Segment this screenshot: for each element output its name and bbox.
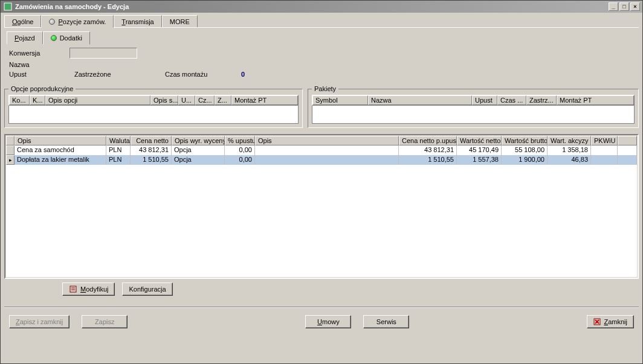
postprod-grid-body[interactable]	[8, 106, 299, 124]
minimize-button[interactable]: _	[609, 2, 618, 11]
button-label: Umowy	[317, 318, 340, 325]
app-icon	[3, 2, 13, 11]
cell-wyr: Opcja	[172, 145, 225, 155]
col-header[interactable]: Opis	[255, 136, 399, 145]
col-header[interactable]: Symbol	[312, 95, 368, 105]
grid-empty-area[interactable]	[6, 165, 637, 277]
table-row-selected[interactable]: ▸ Dopłata za lakier metalik PLN 1 510,55…	[6, 155, 637, 165]
cell-wn: 1 557,38	[457, 155, 502, 165]
main-grid[interactable]: Opis Waluta Cena netto Opis wyr. wyceny …	[6, 136, 637, 277]
col-header[interactable]: Wartość netto	[457, 136, 502, 145]
col-header-blank	[618, 136, 637, 145]
tab-label: Ogólne	[12, 18, 33, 25]
dot-icon	[49, 19, 55, 25]
window-title: Zamówienia na samochody - Edycja	[15, 3, 129, 10]
postprod-fieldset: Opcje poprodukcyjne Ko... K... Opis opcj…	[4, 85, 303, 128]
cell-blank	[618, 145, 637, 155]
sub-tabstrip: Pojazd Dodatki	[4, 31, 639, 44]
titlebar: Zamówienia na samochody - Edycja _ □ ×	[1, 1, 642, 13]
config-button[interactable]: Konfiguracja	[122, 283, 172, 296]
col-header[interactable]: Opis	[15, 136, 106, 145]
col-header[interactable]: Opis opcji	[45, 95, 150, 105]
packages-legend: Pakiety	[312, 85, 338, 92]
maximize-button[interactable]: □	[619, 2, 629, 11]
cell-cena: 43 812,31	[131, 145, 172, 155]
edit-icon	[69, 285, 77, 293]
col-header[interactable]: % upustu	[225, 136, 255, 145]
conversion-label: Konwersja	[9, 49, 69, 57]
col-header[interactable]: PKWiU	[591, 136, 618, 145]
cell-pk	[591, 155, 618, 165]
col-header[interactable]: Nazwa	[368, 95, 472, 105]
packages-grid-body[interactable]	[312, 106, 635, 124]
assembly-time-value: 0	[241, 71, 245, 78]
svg-rect-1	[70, 286, 76, 292]
col-header[interactable]: Montaż PT	[231, 95, 298, 105]
main-tabstrip: Ogólne Pozycje zamów. Transmisja MORE	[4, 15, 639, 28]
col-header[interactable]: Ko...	[9, 95, 30, 105]
col-header[interactable]: Czas ...	[497, 95, 526, 105]
assembly-time-label: Czas montażu	[165, 71, 237, 78]
table-row[interactable]: Cena za samochód PLN 43 812,31 Opcja 0,0…	[6, 145, 637, 155]
divider	[4, 307, 639, 308]
close-window-button[interactable]: ×	[630, 2, 640, 11]
save-close-button: Zapisz i zamknij	[9, 315, 69, 328]
discount-label: Upust	[9, 71, 74, 78]
close-button[interactable]: Zamknij	[587, 315, 634, 328]
button-label: Modyfikuj	[80, 286, 108, 293]
col-header[interactable]: Zastrz...	[526, 95, 557, 105]
subtab-vehicle[interactable]: Pojazd	[7, 31, 43, 44]
contracts-button[interactable]: Umowy	[305, 315, 351, 328]
col-header[interactable]: Wartość brutto	[502, 136, 548, 145]
tab-order-items[interactable]: Pozycje zamów.	[41, 15, 114, 28]
grid-buttons: Modyfikuj Konfiguracja	[4, 283, 639, 296]
cell-upust: 0,00	[225, 155, 255, 165]
conversion-input[interactable]	[69, 48, 137, 59]
subtab-addons[interactable]: Dodatki	[43, 31, 90, 45]
postprod-legend: Opcje poprodukcyjne	[8, 85, 76, 92]
cell-opis: Cena za samochód	[15, 145, 106, 155]
col-header[interactable]: Waluta	[106, 136, 131, 145]
postprod-grid-headers: Ko... K... Opis opcji Opis s... U... Cz.…	[8, 95, 299, 106]
packages-fieldset: Pakiety Symbol Nazwa Upust Czas ... Zast…	[308, 85, 639, 128]
tab-more[interactable]: MORE	[162, 15, 198, 27]
col-header[interactable]: Wart. akcyzy	[548, 136, 591, 145]
dot-icon	[51, 35, 57, 41]
col-header[interactable]: Opis wyr. wyceny	[172, 136, 225, 145]
app-window: Zamówienia na samochody - Edycja _ □ × O…	[0, 0, 643, 364]
button-label: Zamknij	[604, 318, 627, 325]
close-icon	[593, 318, 601, 325]
col-header[interactable]: Cena netto	[131, 136, 172, 145]
tab-label: Pojazd	[15, 34, 35, 42]
modify-button[interactable]: Modyfikuj	[62, 283, 115, 296]
tab-transmission[interactable]: Transmisja	[114, 15, 161, 27]
col-header[interactable]: Montaż PT	[557, 95, 634, 105]
button-label: Konfiguracja	[129, 286, 166, 293]
col-header[interactable]: Upust	[472, 95, 497, 105]
cell-waluta: PLN	[106, 155, 131, 165]
col-header[interactable]: Z...	[215, 95, 231, 105]
col-header[interactable]: U...	[178, 95, 195, 105]
cell-pk	[591, 145, 618, 155]
cell-pu: 43 812,31	[399, 145, 457, 155]
cell-upust: 0,00	[225, 145, 255, 155]
tab-label: Transmisja	[121, 18, 153, 25]
tab-label: Pozycje zamów.	[58, 18, 106, 25]
service-button[interactable]: Serwis	[363, 315, 409, 328]
cell-wyr: Opcja	[172, 155, 225, 165]
col-header[interactable]: Opis s...	[150, 95, 178, 105]
tab-label: MORE	[170, 18, 190, 25]
form-area: Konwersja Nazwa Upust Zastrzeżone Czas m…	[4, 44, 639, 84]
cell-cena: 1 510,55	[131, 155, 172, 165]
tab-label: Dodatki	[60, 34, 82, 42]
col-header[interactable]: Cena netto p.upust	[399, 136, 457, 145]
tab-general[interactable]: Ogólne	[4, 15, 41, 27]
col-header[interactable]: Cz...	[195, 95, 215, 105]
row-marker-header	[6, 136, 15, 145]
cell-ak: 1 358,18	[548, 145, 591, 155]
col-header[interactable]: K...	[30, 95, 45, 105]
button-label: Zapisz	[95, 318, 114, 325]
cell-wn: 45 170,49	[457, 145, 502, 155]
cell-pu: 1 510,55	[399, 155, 457, 165]
row-marker	[6, 145, 15, 155]
